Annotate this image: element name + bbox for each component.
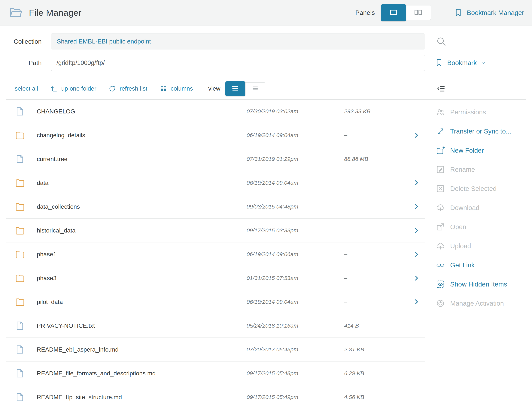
- chevron-right-icon[interactable]: [408, 203, 425, 210]
- table-row[interactable]: changelog_details 06/19/2014 09:04am –: [6, 123, 425, 147]
- table-row[interactable]: phase1 06/19/2014 09:06am –: [6, 242, 425, 266]
- refresh-icon: [108, 85, 116, 93]
- brand: File Manager: [8, 5, 355, 20]
- file-date: 07/20/2017 05:45pm: [247, 346, 344, 353]
- single-panel-button[interactable]: [381, 4, 406, 21]
- action-menu-item[interactable]: New Folder: [425, 141, 526, 160]
- actions-sidebar: Permissions Transfer or Sync to... New F…: [425, 78, 526, 407]
- file-manager-icon: [8, 5, 23, 20]
- delete-icon: [436, 184, 445, 193]
- file-size: 2.31 KB: [344, 346, 408, 353]
- chevron-right-icon[interactable]: [408, 298, 425, 306]
- chevron-right-icon[interactable]: [408, 227, 425, 234]
- action-menu-item[interactable]: Get Link: [425, 255, 526, 275]
- action-menu-item[interactable]: Show Hidden Items: [425, 275, 526, 294]
- search-icon[interactable]: [436, 36, 446, 47]
- compact-view-button[interactable]: [245, 83, 265, 95]
- file-date: 07/30/2019 03:02am: [247, 108, 344, 115]
- bookmark-manager-label: Bookmark Manager: [467, 9, 524, 17]
- file-name: data: [37, 179, 247, 186]
- up-one-folder-button[interactable]: up one folder: [50, 85, 96, 93]
- columns-button[interactable]: columns: [159, 85, 193, 93]
- file-name: phase3: [37, 275, 247, 282]
- sidebar-header: [425, 78, 526, 100]
- table-row[interactable]: pilot_data 06/19/2014 09:04am –: [6, 290, 425, 314]
- file-date: 06/19/2014 09:04am: [247, 180, 344, 186]
- dual-panel-button[interactable]: [406, 5, 431, 20]
- list-view-button[interactable]: [225, 81, 245, 96]
- link-icon: [436, 261, 445, 270]
- file-date: 06/19/2014 09:06am: [247, 251, 344, 257]
- file-size: 414 B: [344, 323, 408, 329]
- action-menu-item[interactable]: Upload: [425, 237, 526, 255]
- file-name: CHANGELOG: [37, 108, 247, 115]
- file-name: phase1: [37, 251, 247, 258]
- file-size: –: [344, 180, 408, 186]
- table-row[interactable]: README_ebi_aspera_info.md 07/20/2017 05:…: [6, 338, 425, 362]
- chevron-right-icon[interactable]: [408, 131, 425, 139]
- path-row: Path Bookmark: [0, 55, 532, 71]
- up-one-folder-label: up one folder: [61, 85, 96, 92]
- collection-input[interactable]: Shared EMBL-EBI public endpoint: [51, 33, 425, 50]
- file-name: README_file_formats_and_descriptions.md: [37, 370, 247, 377]
- file-name: README_ebi_aspera_info.md: [37, 346, 247, 353]
- permissions-icon: [436, 108, 445, 117]
- folder-icon: [15, 201, 26, 212]
- chevron-right-icon[interactable]: [408, 179, 425, 187]
- file-name: PRIVACY-NOTICE.txt: [37, 322, 247, 329]
- path-input[interactable]: [51, 55, 425, 71]
- file-date: 09/17/2015 03:33pm: [247, 227, 344, 234]
- table-row[interactable]: data_collections 09/03/2015 04:48pm –: [6, 195, 425, 219]
- chevron-down-icon: [480, 60, 486, 66]
- action-label: Show Hidden Items: [450, 280, 507, 288]
- action-menu-item[interactable]: Permissions: [425, 102, 526, 122]
- view-toggle-group: [226, 82, 265, 95]
- main-area: select all up one folder refresh list co…: [6, 78, 526, 407]
- file-name: data_collections: [37, 203, 247, 210]
- action-menu-item[interactable]: Transfer or Sync to...: [425, 122, 526, 141]
- bookmark-button-label: Bookmark: [447, 59, 477, 67]
- file-icon: [15, 106, 26, 117]
- file-size: –: [344, 132, 408, 138]
- up-one-folder-icon: [50, 85, 58, 93]
- table-row[interactable]: CHANGELOG 07/30/2019 03:02am 292.33 KB: [6, 100, 425, 123]
- action-menu-item[interactable]: Manage Activation: [425, 294, 526, 313]
- view-label: view: [208, 85, 220, 92]
- endpoint-section: Collection Shared EMBL-EBI public endpoi…: [0, 26, 532, 78]
- refresh-list-button[interactable]: refresh list: [108, 85, 147, 93]
- action-label: Delete Selected: [450, 185, 497, 192]
- action-menu-item[interactable]: Download: [425, 198, 526, 217]
- compact-view-icon: [251, 84, 259, 93]
- panels-label: Panels: [355, 9, 375, 16]
- folder-icon: [15, 249, 26, 260]
- table-row[interactable]: phase3 01/31/2015 07:53am –: [6, 266, 425, 290]
- panels-toggle-group: [381, 5, 431, 20]
- table-row[interactable]: README_file_formats_and_descriptions.md …: [6, 362, 425, 385]
- file-icon: [15, 368, 26, 379]
- eye-icon: [436, 280, 445, 289]
- select-all-button[interactable]: select all: [15, 85, 38, 92]
- action-menu-item[interactable]: Open: [425, 217, 526, 237]
- chevron-right-icon[interactable]: [408, 274, 425, 282]
- action-menu-item[interactable]: Rename: [425, 160, 526, 179]
- table-row[interactable]: PRIVACY-NOTICE.txt 05/24/2018 10:16am 41…: [6, 314, 425, 338]
- table-row[interactable]: data 06/19/2014 09:04am –: [6, 171, 425, 195]
- collapse-sidebar-icon[interactable]: [437, 84, 445, 93]
- chevron-right-icon[interactable]: [408, 250, 425, 258]
- table-row[interactable]: current.tree 07/31/2019 01:29pm 88.86 MB: [6, 147, 425, 171]
- rename-icon: [436, 165, 445, 174]
- dual-panel-icon: [414, 8, 423, 17]
- top-bar: File Manager Panels Bookmark Manager: [0, 0, 532, 26]
- bookmark-manager-link[interactable]: Bookmark Manager: [453, 8, 524, 18]
- action-menu-item[interactable]: Delete Selected: [425, 179, 526, 198]
- file-size: 88.86 MB: [344, 156, 408, 162]
- action-label: Get Link: [450, 261, 475, 269]
- browser-toolbar: select all up one folder refresh list co…: [6, 78, 425, 100]
- file-size: –: [344, 251, 408, 257]
- list-view-icon: [231, 84, 239, 93]
- bookmark-button[interactable]: Bookmark: [434, 58, 486, 68]
- table-row[interactable]: historical_data 09/17/2015 03:33pm –: [6, 219, 425, 242]
- file-date: 05/24/2018 10:16am: [247, 323, 344, 329]
- file-date: 07/31/2019 01:29pm: [247, 156, 344, 162]
- table-row[interactable]: README_ftp_site_structure.md 09/17/2015 …: [6, 385, 425, 408]
